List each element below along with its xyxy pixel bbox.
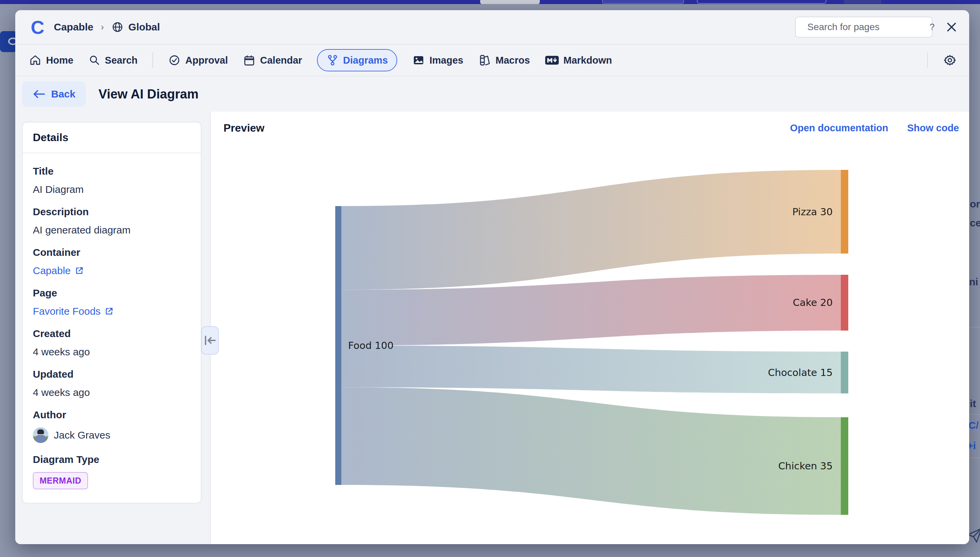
background-button-fragment-2 <box>844 0 881 4</box>
sankey-label-chicken: Chicken 35 <box>778 460 833 472</box>
macro-book-icon <box>478 54 491 67</box>
markdown-icon <box>545 55 559 66</box>
calendar-icon <box>243 54 256 67</box>
sankey-label-food: Food 100 <box>348 340 394 351</box>
nav-item-diagrams-active[interactable]: Diagrams <box>317 49 397 72</box>
field-page: Page Favorite Foods <box>33 287 191 317</box>
sankey-flow-chicken <box>341 388 841 515</box>
diagram-branch-icon <box>327 54 339 66</box>
sankey-node-chocolate <box>841 352 848 394</box>
breadcrumb-space[interactable]: Capable <box>54 21 93 33</box>
field-updated: Updated 4 weeks ago <box>33 368 191 398</box>
nav-item-approval[interactable]: Approval <box>168 54 228 67</box>
field-author: Author Jack Graves <box>33 409 191 443</box>
diagram-type-badge: MERMAID <box>33 472 88 489</box>
external-link-icon <box>75 266 83 275</box>
nav-divider <box>152 52 153 68</box>
background-tab-fragment <box>480 0 540 4</box>
sankey-flow-chocolate <box>341 345 841 394</box>
search-input[interactable] <box>807 22 929 33</box>
background-text-fragment: ce <box>970 217 980 229</box>
gear-icon <box>943 53 957 67</box>
sankey-label-chocolate: Chocolate 15 <box>768 367 833 378</box>
nav-item-macros[interactable]: Macros <box>478 54 530 67</box>
arrow-left-icon <box>32 89 46 99</box>
view-ai-diagram-modal: C Capable › Global ? Home <box>15 10 969 544</box>
close-button[interactable] <box>946 21 958 33</box>
collapse-sidebar-button[interactable] <box>201 326 219 355</box>
breadcrumb-scope[interactable]: Global <box>128 21 160 33</box>
page-search-box[interactable]: ? <box>795 16 933 37</box>
sankey-node-food <box>335 206 341 485</box>
nav-divider <box>927 52 928 68</box>
search-shortcut-hint: ? <box>929 22 934 33</box>
background-button-fragment <box>602 0 684 4</box>
background-left-button <box>0 31 17 52</box>
nav-item-home[interactable]: Home <box>29 54 74 67</box>
capable-logo-icon: C <box>29 18 46 36</box>
toolbar: Back View AI Diagram <box>15 77 969 112</box>
check-circle-icon <box>168 54 181 67</box>
preview-panel: Preview Open documentation Show code Piz… <box>211 112 969 544</box>
field-container: Container Capable <box>33 247 191 277</box>
sankey-label-pizza: Pizza 30 <box>792 206 833 218</box>
nav-item-search[interactable]: Search <box>88 54 138 66</box>
container-link[interactable]: Capable <box>33 265 83 277</box>
modal-nav: Home Search Approval Calendar <box>15 45 969 77</box>
close-icon <box>946 21 958 33</box>
globe-icon <box>111 21 124 33</box>
settings-button[interactable] <box>943 53 957 67</box>
sankey-label-cake: Cake 20 <box>793 297 833 308</box>
field-description: Description AI generated diagram <box>33 206 191 236</box>
modal-header: C Capable › Global ? <box>15 10 969 45</box>
nav-item-markdown[interactable]: Markdown <box>545 55 612 66</box>
sankey-flow-pizza <box>341 170 841 290</box>
background-text-fragment: ni <box>969 276 978 288</box>
details-heading: Details <box>23 122 201 153</box>
field-created: Created 4 weeks ago <box>33 328 191 358</box>
details-card: Details Title AI Diagram Description AI … <box>22 122 201 503</box>
search-icon <box>88 54 101 66</box>
page-link[interactable]: Favorite Foods <box>33 306 113 317</box>
nav-item-images[interactable]: Images <box>412 54 463 67</box>
image-icon <box>412 54 425 67</box>
background-input-fragment <box>697 0 826 4</box>
background-text-fragment: or <box>970 198 980 210</box>
chevron-right-icon: › <box>101 22 104 33</box>
background-link-fragment: C/ <box>969 420 978 431</box>
author-name: Jack Graves <box>54 430 110 441</box>
field-title: Title AI Diagram <box>33 166 191 195</box>
external-link-icon <box>105 307 113 316</box>
background-text-fragment: it <box>970 398 976 409</box>
nav-item-calendar[interactable]: Calendar <box>243 54 302 67</box>
home-icon <box>29 54 42 67</box>
sankey-node-pizza <box>841 170 848 254</box>
sankey-node-cake <box>841 275 848 331</box>
collapse-left-icon <box>203 335 217 346</box>
content-area: Details Title AI Diagram Description AI … <box>15 112 969 544</box>
sankey-node-chicken <box>841 417 848 515</box>
avatar <box>33 427 48 443</box>
details-panel: Details Title AI Diagram Description AI … <box>15 112 210 544</box>
sankey-diagram: Pizza 30Cake 20Chocolate 15Chicken 35Foo… <box>211 112 969 544</box>
field-diagram-type: Diagram Type MERMAID <box>33 454 191 489</box>
page-title: View AI Diagram <box>98 87 199 101</box>
back-button[interactable]: Back <box>22 81 86 107</box>
